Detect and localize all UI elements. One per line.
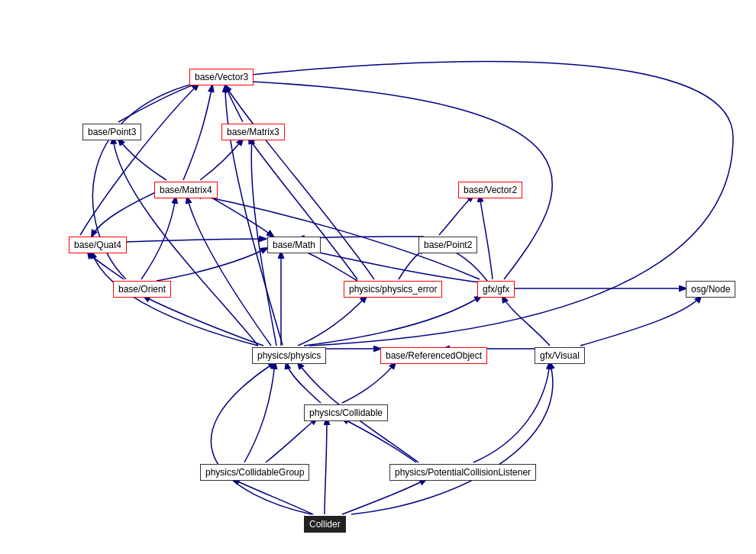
node-physicsCollidableGroup: physics/CollidableGroup [200, 464, 309, 481]
node-physicsPotentialCollisionListener: physics/PotentialCollisionListener [389, 464, 536, 481]
node-baseMatrix4: base/Matrix4 [154, 182, 218, 198]
node-physicsCollidable: physics/Collidable [304, 404, 388, 421]
node-baseReferencedObject: base/ReferencedObject [380, 347, 487, 364]
node-osgNode: osg/Node [686, 281, 735, 298]
node-physicsPhysics: physics/physics [252, 347, 326, 364]
node-gfxgfx: gfx/gfx [477, 281, 515, 298]
node-baseOrient: base/Orient [113, 281, 171, 298]
node-physicsError: physics/physics_error [344, 281, 442, 298]
node-basePoint3: base/Point3 [82, 124, 141, 140]
node-gfxVisual: gfx/Visual [535, 347, 585, 364]
node-baseVector3: base/Vector3 [189, 69, 254, 85]
node-baseMatrix3: base/Matrix3 [221, 124, 285, 140]
node-basePoint2: base/Point2 [418, 237, 477, 253]
node-baseVector2: base/Vector2 [458, 182, 522, 198]
node-baseQuat4: base/Quat4 [69, 237, 127, 253]
node-baseMath: base/Math [267, 237, 321, 253]
node-collider: Collider [304, 516, 346, 533]
